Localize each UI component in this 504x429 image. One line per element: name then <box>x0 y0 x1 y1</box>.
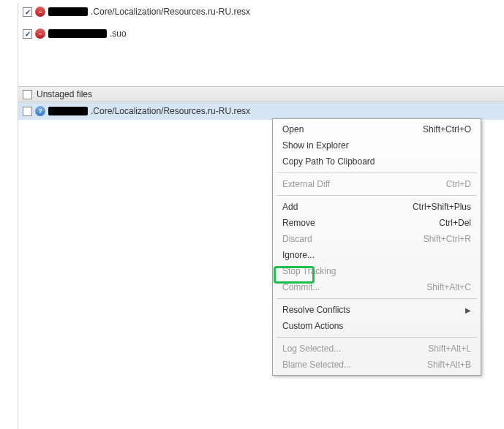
checkbox-icon[interactable] <box>23 90 32 99</box>
checkbox-icon[interactable]: ✓ <box>23 29 32 39</box>
redacted-segment <box>48 107 88 115</box>
redacted-segment <box>48 7 88 16</box>
menu-label: Ignore... <box>282 250 315 260</box>
chevron-right-icon: ▶ <box>465 306 471 314</box>
menu-label: Resolve Conflicts <box>282 305 350 315</box>
menu-add[interactable]: Add Ctrl+Shift+Plus <box>275 199 478 215</box>
menu-shortcut: Ctrl+D <box>446 179 471 189</box>
menu-commit: Commit... Shift+Alt+C <box>275 279 478 295</box>
staged-file-row[interactable]: ✓ .Core/Localization/Resources.ru-RU.res… <box>18 3 504 20</box>
menu-shortcut: Ctrl+Shift+Plus <box>413 202 471 212</box>
menu-stop-tracking: Stop Tracking <box>275 263 478 279</box>
unstaged-header[interactable]: Unstaged files <box>18 86 504 102</box>
menu-label: Open <box>282 124 304 134</box>
menu-label: External Diff <box>282 179 330 189</box>
redacted-segment <box>48 29 107 38</box>
removed-icon <box>35 29 45 39</box>
menu-label: Add <box>282 202 298 212</box>
menu-log-selected: Log Selected... Shift+Alt+L <box>275 341 478 357</box>
menu-label: Commit... <box>282 282 320 292</box>
menu-label: Copy Path To Clipboard <box>282 156 375 167</box>
menu-separator <box>277 195 477 196</box>
removed-icon <box>35 7 45 17</box>
menu-label: Discard <box>282 234 312 244</box>
menu-discard: Discard Shift+Ctrl+R <box>275 231 478 247</box>
file-path: .Core/Localization/Resources.ru-RU.resx <box>91 7 250 17</box>
menu-copy-path[interactable]: Copy Path To Clipboard <box>275 153 478 170</box>
menu-shortcut: Shift+Alt+L <box>428 343 471 354</box>
menu-ignore[interactable]: Ignore... <box>275 247 478 263</box>
menu-shortcut: Shift+Ctrl+O <box>423 124 471 134</box>
menu-shortcut: Shift+Alt+C <box>426 282 471 292</box>
menu-show-in-explorer[interactable]: Show in Explorer <box>275 137 478 153</box>
menu-label: Custom Actions <box>282 321 343 331</box>
menu-external-diff: External Diff Ctrl+D <box>275 176 478 192</box>
menu-open[interactable]: Open Shift+Ctrl+O <box>275 121 478 137</box>
staged-file-row[interactable]: ✓ .suo <box>18 25 504 42</box>
checkbox-icon[interactable] <box>23 107 32 116</box>
menu-label: Show in Explorer <box>282 140 349 151</box>
menu-label: Blame Selected... <box>282 360 351 370</box>
unknown-icon <box>35 106 45 116</box>
menu-remove[interactable]: Remove Ctrl+Del <box>275 215 478 231</box>
menu-custom-actions[interactable]: Custom Actions <box>275 318 478 334</box>
checkbox-icon[interactable]: ✓ <box>23 7 32 17</box>
menu-label: Log Selected... <box>282 343 341 354</box>
menu-shortcut: Ctrl+Del <box>439 218 471 228</box>
menu-resolve-conflicts[interactable]: Resolve Conflicts ▶ <box>275 302 478 318</box>
context-menu: Open Shift+Ctrl+O Show in Explorer Copy … <box>272 118 481 376</box>
section-title: Unstaged files <box>37 89 92 99</box>
menu-separator <box>277 172 477 173</box>
menu-shortcut: Shift+Alt+B <box>427 360 471 370</box>
menu-blame-selected: Blame Selected... Shift+Alt+B <box>275 357 478 373</box>
menu-shortcut: Shift+Ctrl+R <box>424 234 471 244</box>
menu-label: Stop Tracking <box>282 266 336 276</box>
file-path: .Core/Localization/Resources.ru-RU.resx <box>91 106 250 116</box>
menu-separator <box>277 337 477 338</box>
menu-label: Remove <box>282 218 315 228</box>
unstaged-file-row[interactable]: .Core/Localization/Resources.ru-RU.resx <box>18 102 504 120</box>
menu-separator <box>277 298 477 299</box>
file-path: .suo <box>110 29 127 39</box>
